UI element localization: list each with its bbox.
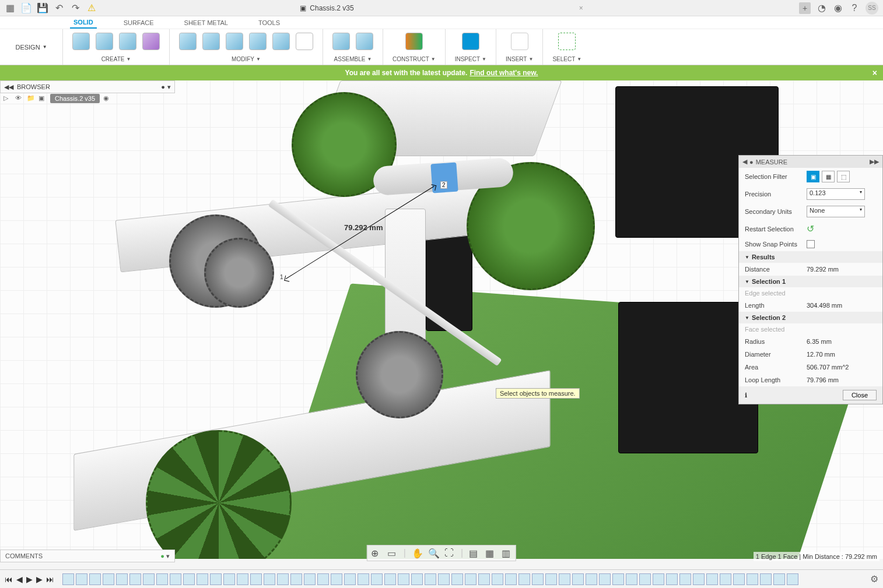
selection2-header[interactable]: ▼Selection 2 bbox=[739, 312, 882, 323]
tab-close-icon[interactable]: × bbox=[579, 4, 583, 12]
close-button[interactable]: Close bbox=[843, 390, 877, 400]
tab-solid[interactable]: SOLID bbox=[70, 17, 97, 29]
redo-icon[interactable]: ↷ bbox=[70, 3, 80, 13]
timeline-feature[interactable] bbox=[451, 573, 463, 585]
timeline-feature[interactable] bbox=[492, 573, 503, 585]
zoom-icon[interactable]: 🔍 bbox=[428, 548, 439, 558]
timeline-feature[interactable] bbox=[706, 573, 718, 585]
tab-surface[interactable]: SURFACE bbox=[120, 17, 157, 28]
presspull-icon[interactable] bbox=[179, 33, 197, 50]
banner-link[interactable]: Find out what's new. bbox=[469, 69, 538, 77]
timeline-feature[interactable] bbox=[693, 573, 705, 585]
timeline-feature[interactable] bbox=[116, 573, 128, 585]
timeline-feature[interactable] bbox=[518, 573, 530, 585]
warn-icon[interactable]: ⚠ bbox=[86, 3, 97, 13]
filter-component-button[interactable]: ⬚ bbox=[837, 171, 850, 182]
filter-body-button[interactable]: ▦ bbox=[822, 171, 835, 182]
primitive-icon[interactable] bbox=[142, 33, 160, 50]
timeline-feature[interactable] bbox=[344, 573, 356, 585]
look-icon[interactable]: ▭ bbox=[387, 548, 398, 558]
fit-icon[interactable]: ⛶ bbox=[444, 548, 455, 558]
timeline-feature[interactable] bbox=[666, 573, 678, 585]
timeline-feature[interactable] bbox=[653, 573, 664, 585]
selection1-header[interactable]: ▼Selection 1 bbox=[739, 276, 882, 287]
timeline-feature[interactable] bbox=[733, 573, 745, 585]
combine-icon[interactable] bbox=[249, 33, 267, 50]
restart-selection-button[interactable]: ↺ bbox=[807, 223, 814, 234]
timeline-feature[interactable] bbox=[545, 573, 557, 585]
timeline-back-icon[interactable]: ◀ bbox=[16, 575, 23, 584]
timeline-settings-icon[interactable]: ⚙ bbox=[870, 573, 878, 585]
fillet-icon[interactable] bbox=[202, 33, 220, 50]
timeline-feature[interactable] bbox=[612, 573, 624, 585]
collapse-icon[interactable]: ◀ bbox=[742, 158, 747, 166]
design-workspace-button[interactable]: DESIGN▼ bbox=[0, 29, 63, 65]
dropdown-icon[interactable]: ▾ bbox=[167, 83, 171, 91]
timeline-end-icon[interactable]: ⏭ bbox=[46, 575, 54, 584]
plane-icon[interactable] bbox=[405, 33, 423, 50]
timeline-feature[interactable] bbox=[559, 573, 570, 585]
jobs-icon[interactable]: ◉ bbox=[833, 3, 843, 13]
pan-icon[interactable]: ✋ bbox=[412, 548, 422, 558]
timeline-feature[interactable] bbox=[532, 573, 544, 585]
browser-panel-header[interactable]: ◀◀ BROWSER ●▾ bbox=[0, 80, 175, 93]
split-icon[interactable] bbox=[272, 33, 290, 50]
results-section-header[interactable]: ▼Results bbox=[739, 251, 882, 263]
timeline-feature[interactable] bbox=[183, 573, 195, 585]
select-icon[interactable] bbox=[558, 33, 576, 50]
timeline-feature[interactable] bbox=[304, 573, 316, 585]
timeline-feature[interactable] bbox=[223, 573, 235, 585]
apps-icon[interactable]: ▦ bbox=[5, 3, 15, 13]
tab-tools[interactable]: TOOLS bbox=[255, 17, 283, 28]
save-icon[interactable]: 💾 bbox=[37, 3, 48, 13]
timeline-feature[interactable] bbox=[264, 573, 275, 585]
timeline-feature[interactable] bbox=[505, 573, 517, 585]
minimize-icon[interactable]: ● bbox=[161, 83, 165, 91]
timeline-feature[interactable] bbox=[720, 573, 731, 585]
new-tab-button[interactable]: + bbox=[799, 2, 811, 14]
dropdown-icon[interactable]: ▾ bbox=[166, 552, 170, 559]
expand-icon[interactable]: ▷ bbox=[3, 94, 12, 103]
timeline-feature[interactable] bbox=[129, 573, 141, 585]
timeline-feature[interactable] bbox=[465, 573, 476, 585]
as-built-icon[interactable] bbox=[356, 33, 373, 50]
info-icon[interactable]: ℹ bbox=[745, 392, 747, 399]
timeline-feature[interactable] bbox=[425, 573, 436, 585]
timeline-feature[interactable] bbox=[478, 573, 490, 585]
file-icon[interactable]: 📄 bbox=[21, 3, 31, 13]
move-icon[interactable] bbox=[296, 33, 313, 50]
timeline-fwd-icon[interactable]: ▶ bbox=[36, 575, 43, 584]
timeline-feature[interactable] bbox=[170, 573, 181, 585]
timeline-feature[interactable] bbox=[371, 573, 383, 585]
help-icon[interactable]: ? bbox=[849, 3, 860, 13]
measure-icon[interactable] bbox=[462, 33, 479, 50]
shell-icon[interactable] bbox=[226, 33, 243, 50]
close-banner-icon[interactable]: × bbox=[873, 68, 877, 78]
undo-icon[interactable]: ↶ bbox=[54, 3, 64, 13]
timeline-feature[interactable] bbox=[760, 573, 772, 585]
timeline-feature[interactable] bbox=[747, 573, 758, 585]
timeline-feature[interactable] bbox=[210, 573, 222, 585]
visibility-icon[interactable]: 👁 bbox=[15, 94, 23, 103]
timeline-feature[interactable] bbox=[438, 573, 450, 585]
comments-panel-header[interactable]: COMMENTS ● ▾ bbox=[0, 550, 175, 562]
precision-select[interactable]: 0.123 ▾ bbox=[807, 188, 865, 200]
timeline-feature[interactable] bbox=[197, 573, 208, 585]
timeline-feature[interactable] bbox=[331, 573, 342, 585]
timeline-feature[interactable] bbox=[586, 573, 597, 585]
filter-face-button[interactable]: ▣ bbox=[807, 171, 819, 182]
timeline-feature[interactable] bbox=[250, 573, 262, 585]
timeline-feature[interactable] bbox=[76, 573, 87, 585]
insert-icon[interactable] bbox=[511, 33, 528, 50]
grid-icon[interactable]: ▦ bbox=[485, 548, 496, 558]
radio-icon[interactable]: ◉ bbox=[103, 94, 111, 103]
timeline-feature[interactable] bbox=[572, 573, 584, 585]
joint-icon[interactable] bbox=[332, 33, 350, 50]
add-comment-icon[interactable]: ● bbox=[160, 552, 164, 559]
doc-chip[interactable]: Chassis.2 v35 bbox=[50, 94, 100, 103]
timeline-start-icon[interactable]: ⏮ bbox=[5, 575, 13, 584]
measure-header[interactable]: ◀ ● MEASURE ▶▶ bbox=[739, 156, 882, 168]
sketch-icon[interactable] bbox=[72, 33, 90, 50]
timeline-feature[interactable] bbox=[626, 573, 637, 585]
orbit-icon[interactable]: ⊕ bbox=[371, 548, 381, 558]
